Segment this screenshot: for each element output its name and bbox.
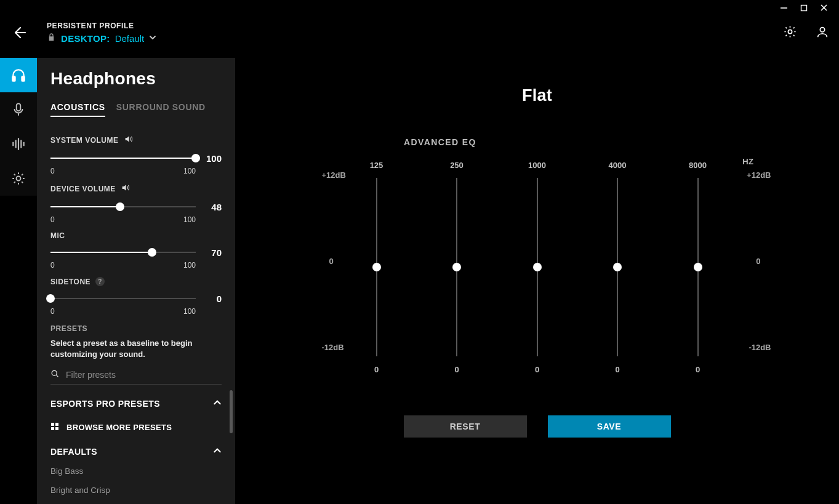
svg-rect-18 — [55, 423, 58, 426]
chevron-up-icon — [213, 398, 222, 409]
svg-rect-17 — [51, 423, 54, 426]
rail-headphones[interactable] — [0, 58, 37, 92]
sidetone-slider[interactable] — [50, 291, 196, 306]
settings-button[interactable] — [783, 25, 797, 41]
speaker-icon — [121, 183, 130, 194]
mic-slider[interactable] — [50, 245, 196, 260]
hz-label: HZ — [742, 157, 753, 166]
search-icon — [50, 369, 60, 380]
eq-band-value: 0 — [535, 365, 539, 374]
browse-more-presets[interactable]: BROWSE MORE PRESETS — [50, 422, 222, 433]
system_volume-label: SYSTEM VOLUME — [50, 134, 222, 146]
nav-rail — [0, 58, 37, 196]
speaker-icon — [124, 134, 134, 146]
eq-subtitle: ADVANCED EQ — [404, 137, 839, 147]
svg-rect-1 — [801, 5, 807, 10]
eq-freq-label: 4000 — [609, 161, 627, 174]
device_volume-label: DEVICE VOLUME — [50, 183, 222, 194]
db-label-bottom-right: -12dB — [749, 343, 771, 352]
system_volume-value: 100 — [203, 153, 222, 164]
window-close-button[interactable] — [820, 4, 828, 12]
db-label-top-right: +12dB — [747, 170, 771, 180]
eq-band-125[interactable] — [376, 178, 377, 356]
svg-point-14 — [17, 177, 21, 181]
window-minimize-button[interactable] — [780, 4, 788, 12]
window-maximize-button[interactable] — [800, 4, 808, 12]
eq-freq-label: 125 — [370, 161, 383, 174]
eq-band-value: 0 — [696, 365, 700, 374]
preset-item[interactable]: Big Bass — [50, 466, 222, 476]
back-button[interactable] — [10, 25, 28, 40]
system_volume-slider[interactable] — [50, 151, 196, 166]
device_volume-value: 48 — [203, 202, 222, 212]
eq-freq-label: 8000 — [689, 161, 707, 174]
svg-point-4 — [788, 30, 792, 33]
esports-presets-section[interactable]: ESPORTS PRO PRESETS — [50, 398, 222, 409]
db-label-zero-right: 0 — [756, 257, 760, 266]
preset-item[interactable]: Bright and Crisp — [50, 486, 222, 495]
svg-rect-7 — [22, 76, 24, 81]
profile-source: DESKTOP: — [61, 33, 110, 44]
save-button[interactable]: SAVE — [548, 415, 671, 438]
tab-surround-sound[interactable]: SURROUND SOUND — [116, 102, 206, 117]
account-button[interactable] — [816, 25, 829, 41]
svg-rect-19 — [51, 427, 54, 430]
svg-rect-6 — [12, 76, 15, 81]
reset-button[interactable]: RESET — [404, 415, 527, 438]
eq-freq-label: 1000 — [528, 161, 546, 174]
defaults-presets-section[interactable]: DEFAULTS — [50, 446, 222, 457]
svg-rect-8 — [17, 103, 21, 111]
eq-band-value: 0 — [615, 365, 619, 374]
mic-label: MIC — [50, 231, 222, 240]
lock-icon — [47, 33, 56, 44]
eq-band-value: 0 — [374, 365, 379, 374]
eq-band-250[interactable] — [456, 178, 457, 356]
panel-title: Headphones — [50, 69, 222, 89]
presets-description: Select a preset as a baseline to begin c… — [50, 338, 222, 359]
chevron-down-icon — [149, 33, 156, 43]
rail-microphone[interactable] — [0, 92, 37, 127]
profile-selector[interactable]: DESKTOP: Default — [47, 33, 156, 44]
db-label-zero-left: 0 — [329, 257, 334, 266]
eq-band-1000[interactable] — [537, 178, 538, 356]
profile-name: Default — [115, 33, 145, 44]
mic-value: 70 — [203, 247, 222, 258]
rail-equalizer[interactable] — [0, 127, 37, 161]
preset-search-input[interactable] — [66, 370, 222, 380]
grid-icon — [50, 422, 59, 433]
eq-band-value: 0 — [454, 365, 459, 374]
db-label-top-left: +12dB — [322, 170, 346, 180]
svg-point-5 — [820, 27, 824, 31]
svg-point-15 — [52, 370, 57, 375]
eq-grid: +12dB 0 -12dB +12dB 0 -12dB HZ 125025001… — [347, 161, 728, 382]
svg-line-16 — [56, 375, 58, 377]
tab-acoustics[interactable]: ACOUSTICS — [50, 102, 105, 117]
profile-heading: PERSISTENT PROFILE — [47, 22, 156, 30]
defaults-presets-label: DEFAULTS — [50, 447, 97, 457]
eq-band-8000[interactable] — [697, 178, 699, 356]
presets-heading: PRESETS — [50, 324, 222, 333]
help-icon[interactable]: ? — [95, 277, 105, 286]
browse-more-label: BROWSE MORE PRESETS — [66, 423, 172, 432]
sidetone-label: SIDETONE? — [50, 277, 222, 286]
device_volume-slider[interactable] — [50, 199, 196, 214]
eq-band-4000[interactable] — [617, 178, 618, 356]
esports-presets-label: ESPORTS PRO PRESETS — [50, 399, 160, 409]
sidetone-value: 0 — [203, 294, 222, 304]
panel-scrollbar[interactable] — [230, 390, 233, 433]
side-panel: Headphones ACOUSTICSSURROUND SOUND SYSTE… — [37, 58, 235, 504]
chevron-up-icon — [213, 446, 222, 457]
eq-freq-label: 250 — [450, 161, 464, 174]
rail-lighting[interactable] — [0, 161, 37, 196]
svg-rect-20 — [55, 427, 58, 430]
eq-preset-name: Flat — [235, 86, 839, 105]
db-label-bottom-left: -12dB — [322, 343, 344, 352]
